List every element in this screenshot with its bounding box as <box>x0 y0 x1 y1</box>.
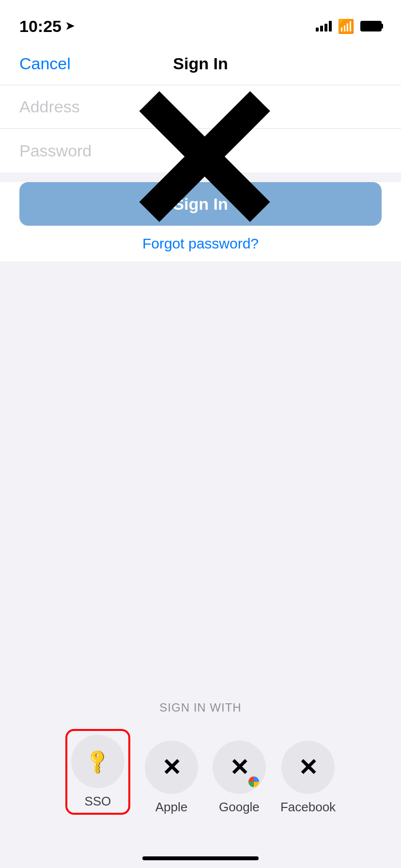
sso-item-facebook[interactable]: ✕ Facebook <box>280 741 336 815</box>
password-input[interactable] <box>19 141 382 160</box>
sso-circle-facebook: ✕ <box>281 741 335 794</box>
password-row <box>0 129 401 172</box>
key-icon: 🔑 <box>83 746 113 776</box>
address-input[interactable] <box>19 97 382 116</box>
sign-in-button[interactable]: Sign In <box>19 182 382 226</box>
wifi-icon: 📶 <box>338 18 355 34</box>
nav-bar: Cancel Sign In <box>0 43 401 85</box>
status-time: 10:25 ➤ <box>19 17 74 36</box>
sign-in-with-label: SIGN IN WITH <box>19 701 382 714</box>
status-bar: 10:25 ➤ 📶 <box>0 0 401 43</box>
sso-item-sso[interactable]: 🔑 SSO <box>65 729 130 815</box>
google-x-icon: ✕ <box>230 754 249 781</box>
address-row <box>0 85 401 129</box>
sso-label-facebook: Facebook <box>280 800 336 815</box>
sso-circle-sso: 🔑 <box>71 735 124 788</box>
sso-item-apple[interactable]: ✕ Apple <box>145 741 198 815</box>
bottom-section: SIGN IN WITH 🔑 SSO ✕ Apple ✕ Google <box>0 701 401 829</box>
location-icon: ➤ <box>65 20 74 32</box>
battery-icon <box>360 21 382 31</box>
sso-circle-apple: ✕ <box>145 741 198 794</box>
time-display: 10:25 <box>19 17 62 36</box>
form-container <box>0 85 401 172</box>
facebook-x-icon: ✕ <box>298 754 318 781</box>
sso-item-google[interactable]: ✕ Google <box>213 741 266 815</box>
sso-label-google: Google <box>219 800 260 815</box>
sso-label-apple: Apple <box>155 800 188 815</box>
status-icons: 📶 <box>316 18 382 34</box>
forgot-password-link[interactable]: Forgot password? <box>0 235 401 252</box>
empty-space <box>0 262 401 542</box>
sso-circle-google: ✕ <box>213 741 266 794</box>
home-indicator <box>142 856 259 860</box>
sso-label-sso: SSO <box>84 794 111 809</box>
sso-options: 🔑 SSO ✕ Apple ✕ Google ✕ Facebook <box>19 729 382 815</box>
apple-x-icon: ✕ <box>162 754 181 781</box>
signal-icon <box>316 21 332 31</box>
cancel-button[interactable]: Cancel <box>19 54 71 73</box>
google-color-badge <box>248 776 259 787</box>
page-title: Sign In <box>173 54 228 73</box>
